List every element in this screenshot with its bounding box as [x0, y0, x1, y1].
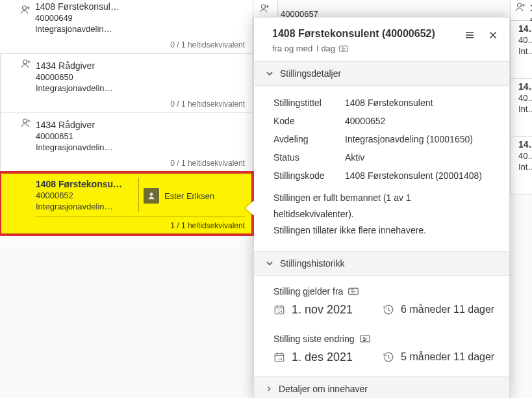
position-list-column: 1408 Førstekonsul… 40000649 Integrasjona… — [0, 0, 253, 241]
chevron-down-icon — [266, 70, 273, 77]
date-range-icon — [360, 335, 370, 343]
date-range-icon — [339, 45, 348, 53]
position-fte: 1 / 1 heltidsekvivalent — [36, 217, 245, 230]
value-stillingskode: 1408 Førstekonsulent (20001408) — [345, 170, 503, 181]
card-divider — [138, 178, 139, 212]
position-title: 1434 Rådgiver — [36, 59, 245, 71]
label-stillingstittel: Stillingstittel — [273, 98, 345, 108]
staffing-line-1: Stillingen er fullt bemannet (1 av 1 hel… — [273, 190, 494, 222]
staffing-note: Stillingen er fullt bemannet (1 av 1 hel… — [254, 190, 509, 251]
assignee-name: Ester Eriksen — [164, 191, 214, 201]
position-fte: 0 / 1 heltidsekvivalent — [36, 93, 245, 109]
position-code: 40000651 — [36, 131, 245, 141]
panel-header: 1408 Førstekonsulent (40000652) fra og m… — [254, 18, 509, 61]
staffing-line-2: Stillingen tillater ikke flere innehaver… — [273, 222, 494, 239]
position-dept: Int… — [511, 46, 532, 56]
position-card[interactable]: 1434 Rådgiver 40000651 Integrasjonavdeli… — [0, 113, 253, 172]
svg-point-4 — [262, 5, 266, 8]
section-title: Stillingsdetaljer — [280, 68, 341, 79]
close-button[interactable] — [485, 27, 501, 46]
svg-point-0 — [23, 6, 27, 10]
add-person-icon — [18, 3, 32, 17]
section-title: Stillingshistorikk — [280, 258, 345, 269]
position-card[interactable]: 14… 40… Int… — [511, 21, 532, 79]
history-duration-valid-from: 6 måneder 11 dager — [401, 304, 494, 315]
label-avdeling: Avdeling — [273, 134, 345, 144]
position-code: 40… — [511, 93, 532, 103]
svg-point-5 — [518, 3, 522, 7]
value-kode: 40000652 — [345, 116, 503, 126]
history-label-last-change: Stilling siste endring — [273, 334, 494, 344]
calendar-icon: 14 — [273, 304, 285, 315]
label-status: Status — [273, 152, 345, 163]
value-avdeling: Integrasjonavdeling (10001650) — [345, 134, 503, 144]
position-dept: Integrasjonavdelin… — [35, 24, 245, 34]
svg-point-2 — [23, 119, 27, 123]
position-detail-panel: 1408 Førstekonsulent (40000652) fra og m… — [253, 17, 510, 398]
value-stillingstittel: 1408 Førstekonsulent — [345, 98, 503, 108]
add-person-icon — [514, 1, 526, 13]
position-dept: Integrasjonavdelin… — [36, 142, 245, 152]
svg-text:14: 14 — [278, 310, 283, 313]
svg-point-1 — [23, 60, 27, 64]
position-card[interactable]: 1408 Førstekonsul… 40000649 Integrasjona… — [0, 0, 253, 54]
assignee-badge[interactable]: Ester Eriksen — [144, 188, 214, 204]
label-stillingskode: Stillingskode — [273, 170, 345, 181]
add-person-icon — [19, 57, 33, 71]
position-title: 14… — [511, 23, 532, 34]
avatar-icon — [144, 188, 159, 204]
position-dept: Int… — [511, 162, 532, 172]
add-person-icon — [19, 116, 33, 130]
position-dept: Int… — [511, 104, 532, 114]
chevron-down-icon — [266, 259, 273, 267]
clock-history-icon — [383, 351, 394, 363]
history-date-last-change: 1. des 2021 — [292, 351, 353, 364]
position-title: 1434 Rådgiver — [36, 118, 245, 130]
subtitle-value: I dag — [316, 44, 335, 53]
calendar-icon: 14 — [273, 351, 285, 363]
position-card[interactable]: 14… 40… — [511, 0, 532, 21]
history-body: Stilling gjelder fra 14 1. nov 2021 6 må… — [254, 276, 509, 376]
section-header-details[interactable]: Stillingsdetaljer — [254, 61, 509, 86]
position-fte: 0 / 1 heltidsekvivalent — [36, 152, 245, 168]
position-card[interactable]: 14… 40… Int… — [511, 79, 532, 137]
history-duration-last-change: 5 måneder 11 dager — [401, 351, 494, 363]
history-label-text: Stilling siste endring — [273, 334, 355, 344]
subtitle-prefix: fra og med — [272, 44, 312, 53]
position-title: 1408 Førstekonsul… — [35, 0, 245, 12]
position-card[interactable]: 14… 40… Int… — [511, 137, 532, 194]
position-dept: Integrasjonavdelin… — [36, 83, 245, 93]
position-card-selected[interactable]: 1408 Førstekonsu… 40000652 Integrasjonav… — [0, 172, 253, 235]
position-code: 40000649 — [35, 13, 245, 23]
date-range-icon — [348, 287, 359, 295]
chevron-right-icon — [266, 385, 272, 393]
menu-button[interactable] — [461, 27, 478, 46]
position-code: 40000650 — [36, 72, 245, 82]
section-title: Detaljer om innehaver — [279, 384, 368, 394]
position-card[interactable]: 1434 Rådgiver 40000650 Integrasjonavdeli… — [0, 54, 253, 113]
section-header-incumbent[interactable]: Detaljer om innehaver — [254, 376, 509, 398]
position-fte: 0 / 1 heltidsekvivalent — [35, 34, 245, 49]
add-person-icon — [259, 3, 270, 14]
section-header-history[interactable]: Stillingshistorikk — [254, 251, 509, 276]
right-position-column: 14… 40… 14… 40… Int… 14… 40… Int… 14… 40… — [510, 0, 532, 194]
history-date-valid-from: 1. nov 2021 — [292, 303, 353, 317]
clock-history-icon — [383, 304, 394, 315]
label-kode: Kode — [273, 116, 345, 126]
history-label-valid-from: Stilling gjelder fra — [273, 286, 494, 297]
value-status: Aktiv — [345, 152, 503, 163]
svg-point-3 — [150, 192, 153, 196]
svg-text:14: 14 — [278, 357, 283, 361]
position-code: 40… — [511, 35, 532, 45]
position-code: 40… — [511, 151, 532, 161]
details-grid: Stillingstittel 1408 Førstekonsulent Kod… — [254, 86, 509, 190]
position-title: 14… — [511, 139, 532, 150]
history-label-text: Stilling gjelder fra — [273, 286, 343, 297]
position-title: 14… — [511, 81, 532, 92]
